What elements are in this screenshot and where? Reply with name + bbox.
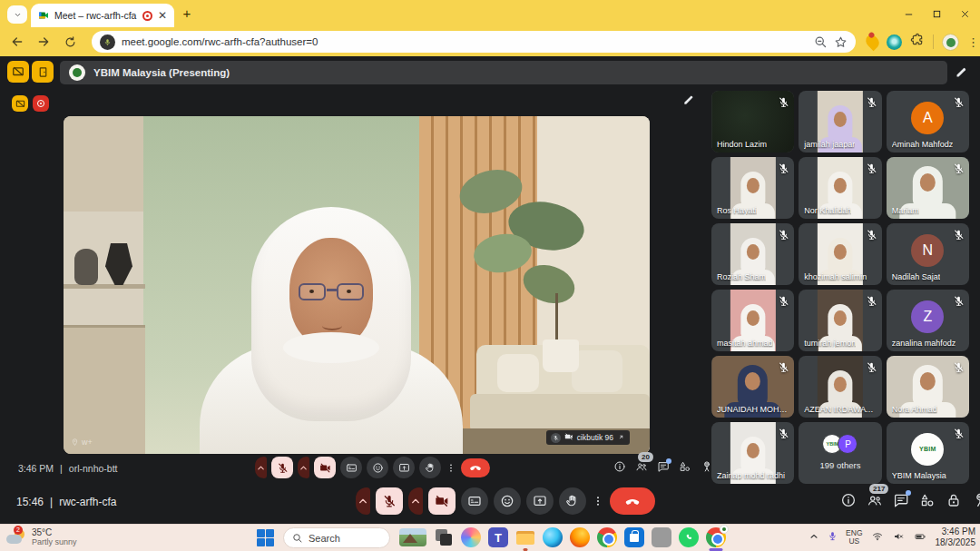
profile-avatar[interactable] [942,34,959,51]
chat-button[interactable] [893,492,909,508]
cam-off-button[interactable] [428,487,456,515]
participant-tile[interactable]: Nora Ahmad [887,356,969,418]
voice-access-mic-icon[interactable] [828,529,838,546]
participant-tile[interactable]: Zainap mohd radhi [711,422,794,484]
participant-tile[interactable]: NNadilah Sajat [887,223,969,285]
browser-tab[interactable]: Meet – rwc-arfh-cfa ✕ [31,4,174,27]
extensions-puzzle-icon[interactable] [910,33,925,51]
participant-tile[interactable]: AAminah Mahfodz [887,91,969,153]
language-indicator[interactable]: ENG US [846,529,862,546]
people-button[interactable]: 217 [867,492,883,508]
edge-icon[interactable] [543,527,563,547]
info-button[interactable] [613,460,626,473]
overlay-small-share-button[interactable] [12,95,28,112]
reactions-button[interactable] [367,457,388,478]
bookmark-star-icon[interactable] [834,35,848,49]
speaker-mic-button[interactable] [972,492,980,508]
mic-permission-icon[interactable] [100,34,115,50]
extension-icon-1[interactable] [863,33,882,52]
participant-tile[interactable]: Hindon Lazim [711,91,794,153]
wifi-icon[interactable] [871,529,884,546]
cam-off-button[interactable] [314,457,336,478]
chevron-up-button[interactable] [356,487,370,515]
mic-off-icon [551,433,561,443]
end-call-button[interactable] [461,458,490,477]
presentation-annotate-button[interactable] [682,93,695,110]
overlay-exit-button[interactable] [32,61,54,83]
address-bar[interactable]: meet.google.com/rwc-arfh-cfa?authuser=0 [92,31,856,53]
taskbar-search[interactable]: Search [283,527,390,548]
task-view-icon[interactable] [434,527,454,547]
new-tab-button[interactable]: + [180,6,194,21]
present-button[interactable] [526,487,554,515]
participant-tile[interactable]: masitah ahmad [711,290,794,351]
participant-tile[interactable]: Mariam [887,157,969,219]
forward-button[interactable] [34,33,53,51]
mic-off-button[interactable] [271,457,293,478]
raise-hand-button[interactable] [419,457,441,478]
battery-icon[interactable] [913,529,927,546]
present-button[interactable] [393,457,415,478]
copilot-icon[interactable] [461,527,481,547]
extension-icon-2[interactable] [887,34,902,50]
taskbar-clock[interactable]: 3:46 PM 18/3/2025 [936,526,976,548]
reactions-button[interactable] [494,487,521,515]
host-controls-button[interactable] [946,492,962,508]
participant-tile[interactable]: YBIMP199 others [799,422,881,484]
back-button[interactable] [8,33,26,51]
captions-button[interactable] [461,487,488,515]
app-icon[interactable] [652,527,671,547]
end-call-button[interactable] [610,487,655,515]
weather-widget[interactable]: 2 35°C Partly sunny [6,527,77,546]
participant-tile[interactable]: Ros Hayati [711,157,794,219]
activities-button[interactable] [679,460,691,473]
chevron-up-button[interactable] [255,457,267,478]
file-explorer-icon[interactable] [515,527,535,547]
participant-tile[interactable]: AZEAN IRDAWATY … [799,356,881,418]
people-button[interactable]: 20 [635,460,648,473]
start-button[interactable] [257,529,274,546]
tray-chevron-icon[interactable] [808,529,819,546]
raise-hand-button[interactable] [559,487,586,515]
activities-button[interactable] [919,492,936,508]
chrome-icon[interactable] [597,527,617,547]
scene-plant-pot [543,339,579,372]
zoom-icon[interactable] [814,35,828,49]
self-view-pill[interactable]: cikbutik 96 [546,430,630,445]
expand-icon[interactable] [617,433,625,443]
chrome-meet-window-icon[interactable] [706,527,726,547]
close-button[interactable] [949,0,980,27]
chevron-up-button[interactable] [298,457,309,478]
chat-button[interactable] [657,460,670,473]
presented-video[interactable]: w+ cikbutik 96 [64,116,650,454]
microsoft-store-icon[interactable] [624,527,644,547]
participant-tile[interactable]: YBIMYBIM Malaysia [887,422,969,484]
tab-search-button[interactable] [7,5,27,24]
mic-off-button[interactable] [376,487,403,515]
info-button[interactable] [840,492,857,508]
more-vert-button[interactable] [592,487,604,515]
volume-muted-icon[interactable] [892,529,905,546]
whatsapp-icon[interactable] [679,527,699,547]
captions-button[interactable] [340,457,362,478]
reload-button[interactable] [61,33,79,51]
overlay-stop-share-button[interactable] [7,61,29,83]
photo-widget-icon[interactable] [399,528,426,546]
tab-close-button[interactable]: ✕ [158,10,167,21]
annotate-button[interactable] [955,65,968,83]
participant-tile[interactable]: Nor Khalidah [799,157,881,219]
chevron-up-button[interactable] [408,487,423,515]
participant-tile[interactable]: Zzanalina mahfodz [887,290,969,351]
browser-menu-button[interactable]: ⋮ [967,35,979,49]
participant-tile[interactable]: tumirah jemon [799,290,881,351]
record-button[interactable] [33,95,49,112]
more-vert-button[interactable] [446,457,456,478]
participant-tile[interactable]: jamilah jaapar [799,91,881,153]
participant-tile[interactable]: JUNAIDAH MOHD … [711,356,794,418]
maximize-button[interactable] [921,0,952,27]
participant-tile[interactable]: khozimah salimin [799,223,881,285]
firefox-icon[interactable] [570,527,590,547]
minimize-button[interactable] [893,0,924,27]
participant-tile[interactable]: Roziah Sham [711,223,794,285]
teams-icon[interactable]: T [488,527,508,547]
